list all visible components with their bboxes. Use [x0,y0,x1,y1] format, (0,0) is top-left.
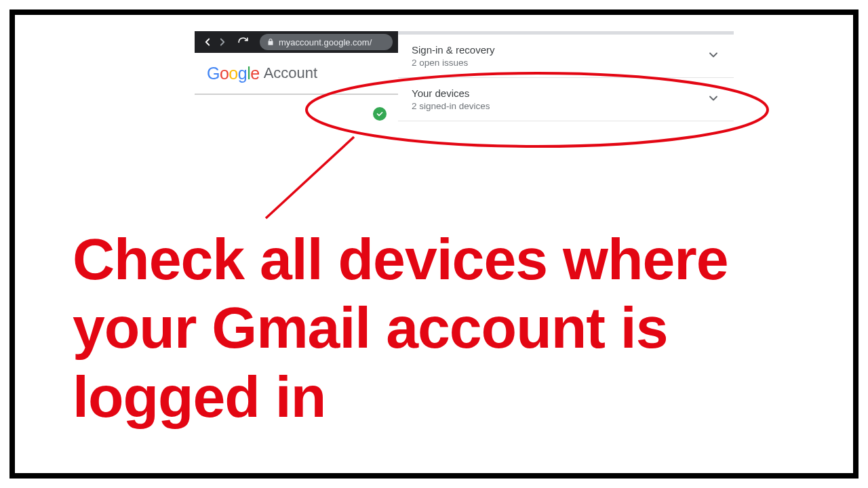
signin-recovery-row[interactable]: Sign-in & recovery 2 open issues [398,35,734,78]
reload-button[interactable] [235,35,250,49]
lock-icon [267,38,275,46]
address-bar[interactable]: myaccount.google.com/ [260,34,393,50]
svg-line-1 [266,137,354,218]
annotation-caption: Check all devices where your Gmail accou… [73,225,818,431]
row-subtitle: 2 open issues [412,58,495,68]
row-subtitle: 2 signed-in devices [412,101,490,111]
chevron-down-icon [707,92,720,108]
chevron-down-icon [707,48,720,64]
back-button[interactable] [200,35,215,49]
image-frame: myaccount.google.com/ Google Account Sig… [9,9,859,479]
security-items-pane: Sign-in & recovery 2 open issues Your de… [398,35,734,121]
row-title: Sign-in & recovery [412,44,495,56]
url-text: myaccount.google.com/ [279,37,372,47]
browser-toolbar: myaccount.google.com/ [195,31,398,53]
forward-button[interactable] [215,35,230,49]
google-logo: Google [207,64,260,83]
row-title: Your devices [412,87,490,99]
google-account-header: Google Account [195,53,398,95]
your-devices-row[interactable]: Your devices 2 signed-in devices [398,78,734,121]
check-badge-icon [373,107,387,121]
account-label: Account [264,64,318,82]
